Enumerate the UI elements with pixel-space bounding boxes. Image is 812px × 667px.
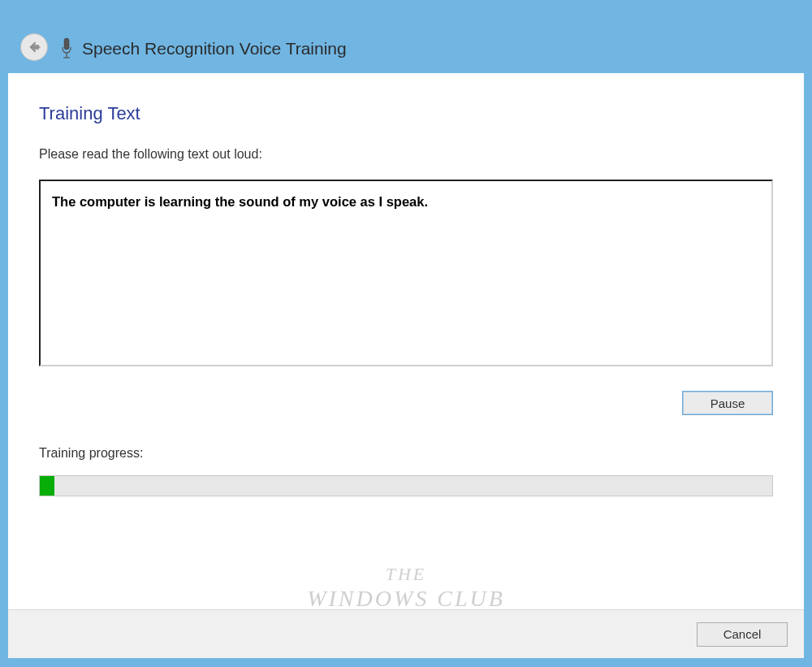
microphone-icon (61, 37, 72, 60)
bottom-bar: Cancel (8, 609, 804, 658)
watermark-line2: WINDOWS CLUB (307, 585, 505, 613)
pause-button[interactable]: Pause (682, 391, 773, 415)
page-title: Training Text (39, 103, 773, 124)
back-arrow-icon (27, 40, 41, 54)
svg-rect-0 (64, 38, 69, 50)
training-sentence: The computer is learning the sound of my… (52, 194, 760, 210)
titlebar: Speech Recognition Voice Training (0, 0, 812, 73)
instruction-text: Please read the following text out loud: (39, 147, 773, 162)
progress-label: Training progress: (39, 446, 773, 461)
training-text-box: The computer is learning the sound of my… (39, 180, 773, 366)
back-button[interactable] (20, 33, 48, 61)
progress-fill (40, 476, 54, 496)
watermark-line1: THE (307, 564, 505, 585)
watermark: THE WINDOWS CLUB (307, 564, 505, 613)
content-area: Training Text Please read the following … (8, 73, 804, 658)
window-title: Speech Recognition Voice Training (82, 39, 347, 58)
cancel-button[interactable]: Cancel (697, 622, 788, 647)
pause-row: Pause (39, 391, 773, 415)
progress-bar (39, 475, 773, 496)
window-frame: Speech Recognition Voice Training Traini… (0, 0, 812, 667)
